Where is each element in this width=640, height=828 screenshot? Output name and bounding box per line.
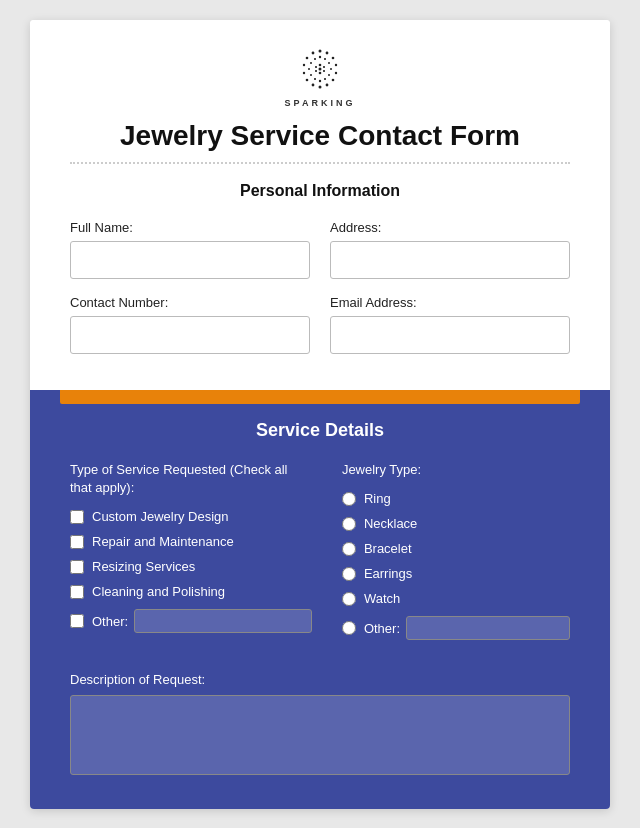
- radio-other-text[interactable]: [406, 616, 570, 640]
- radio-ring-label: Ring: [364, 491, 391, 506]
- checkbox-cleaning-label: Cleaning and Polishing: [92, 584, 225, 599]
- jewelry-type-column: Jewelry Type: Ring Necklace Bracelet: [342, 461, 570, 650]
- radio-earrings: Earrings: [342, 566, 570, 581]
- svg-point-10: [306, 79, 309, 82]
- checkbox-repair-input[interactable]: [70, 535, 84, 549]
- jewelry-type-label: Jewelry Type:: [342, 461, 570, 479]
- form-container: SPARKING Jewelry Service Contact Form Pe…: [30, 20, 610, 809]
- checkbox-other: Other:: [70, 609, 312, 633]
- checkbox-other-text[interactable]: [134, 609, 312, 633]
- svg-point-31: [315, 70, 317, 72]
- svg-point-12: [303, 64, 305, 66]
- svg-point-18: [330, 68, 332, 70]
- svg-point-17: [328, 62, 330, 64]
- radio-earrings-label: Earrings: [364, 566, 412, 581]
- address-input[interactable]: [330, 241, 570, 279]
- svg-point-26: [314, 58, 316, 60]
- service-type-column: Type of Service Requested (Check all tha…: [70, 461, 312, 650]
- svg-point-22: [314, 78, 316, 80]
- radio-bracelet-label: Bracelet: [364, 541, 412, 556]
- form-row-2: Contact Number: Email Address:: [70, 295, 570, 354]
- address-label: Address:: [330, 220, 570, 235]
- service-details-content: Type of Service Requested (Check all tha…: [30, 461, 610, 779]
- contact-number-label: Contact Number:: [70, 295, 310, 310]
- radio-necklace-label: Necklace: [364, 516, 417, 531]
- checkbox-resizing-input[interactable]: [70, 560, 84, 574]
- orange-bar: [60, 390, 580, 404]
- radio-necklace: Necklace: [342, 516, 570, 531]
- svg-point-2: [326, 52, 329, 55]
- svg-point-32: [315, 66, 317, 68]
- contact-number-input[interactable]: [70, 316, 310, 354]
- svg-point-14: [312, 52, 315, 55]
- radio-necklace-input[interactable]: [342, 517, 356, 531]
- checkbox-cleaning: Cleaning and Polishing: [70, 584, 312, 599]
- bottom-section: Service Details Type of Service Requeste…: [30, 390, 610, 809]
- radio-ring-input[interactable]: [342, 492, 356, 506]
- logo-icon: [295, 44, 345, 94]
- email-field: Email Address:: [330, 295, 570, 354]
- svg-point-16: [324, 58, 326, 60]
- checkbox-custom-jewelry: Custom Jewelry Design: [70, 509, 312, 524]
- radio-earrings-input[interactable]: [342, 567, 356, 581]
- svg-point-9: [312, 84, 315, 87]
- radio-other-label: Other:: [364, 621, 400, 636]
- svg-point-27: [319, 64, 322, 67]
- svg-point-6: [332, 79, 335, 82]
- svg-point-25: [310, 62, 312, 64]
- svg-point-19: [328, 74, 330, 76]
- description-label: Description of Request:: [70, 672, 570, 687]
- email-input[interactable]: [330, 316, 570, 354]
- form-row-1: Full Name: Address:: [70, 220, 570, 279]
- logo-area: SPARKING: [70, 44, 570, 108]
- radio-watch: Watch: [342, 591, 570, 606]
- checkbox-resizing: Resizing Services: [70, 559, 312, 574]
- svg-point-4: [335, 64, 337, 66]
- radio-other-input[interactable]: [342, 621, 356, 635]
- logo-text: SPARKING: [285, 98, 356, 108]
- svg-point-11: [303, 72, 305, 74]
- service-type-label: Type of Service Requested (Check all tha…: [70, 461, 312, 497]
- checkbox-other-input[interactable]: [70, 614, 84, 628]
- checkbox-repair-label: Repair and Maintenance: [92, 534, 234, 549]
- radio-other: Other:: [342, 616, 570, 640]
- checkbox-custom-jewelry-label: Custom Jewelry Design: [92, 509, 229, 524]
- radio-watch-input[interactable]: [342, 592, 356, 606]
- top-section: SPARKING Jewelry Service Contact Form Pe…: [30, 20, 610, 390]
- full-name-label: Full Name:: [70, 220, 310, 235]
- svg-point-13: [306, 57, 309, 60]
- description-area: Description of Request:: [70, 672, 570, 779]
- description-textarea[interactable]: [70, 695, 570, 775]
- checkbox-custom-jewelry-input[interactable]: [70, 510, 84, 524]
- full-name-field: Full Name:: [70, 220, 310, 279]
- svg-point-5: [335, 72, 337, 74]
- checkbox-resizing-label: Resizing Services: [92, 559, 195, 574]
- full-name-input[interactable]: [70, 241, 310, 279]
- service-columns: Type of Service Requested (Check all tha…: [70, 461, 570, 650]
- svg-point-1: [319, 50, 322, 53]
- svg-point-15: [319, 56, 321, 58]
- checkbox-other-label: Other:: [92, 614, 128, 629]
- svg-point-30: [319, 72, 322, 75]
- dotted-divider: [70, 162, 570, 164]
- svg-point-24: [308, 68, 310, 70]
- svg-point-23: [310, 74, 312, 76]
- radio-bracelet-input[interactable]: [342, 542, 356, 556]
- checkbox-repair: Repair and Maintenance: [70, 534, 312, 549]
- personal-info-title: Personal Information: [70, 182, 570, 200]
- email-label: Email Address:: [330, 295, 570, 310]
- svg-point-33: [319, 68, 322, 71]
- radio-ring: Ring: [342, 491, 570, 506]
- svg-point-21: [319, 80, 321, 82]
- address-field: Address:: [330, 220, 570, 279]
- radio-bracelet: Bracelet: [342, 541, 570, 556]
- svg-point-20: [324, 78, 326, 80]
- svg-point-29: [323, 70, 325, 72]
- form-title: Jewelry Service Contact Form: [70, 120, 570, 152]
- svg-point-8: [319, 86, 322, 89]
- contact-number-field: Contact Number:: [70, 295, 310, 354]
- checkbox-cleaning-input[interactable]: [70, 585, 84, 599]
- svg-point-28: [323, 66, 325, 68]
- service-details-title: Service Details: [30, 420, 610, 441]
- radio-watch-label: Watch: [364, 591, 400, 606]
